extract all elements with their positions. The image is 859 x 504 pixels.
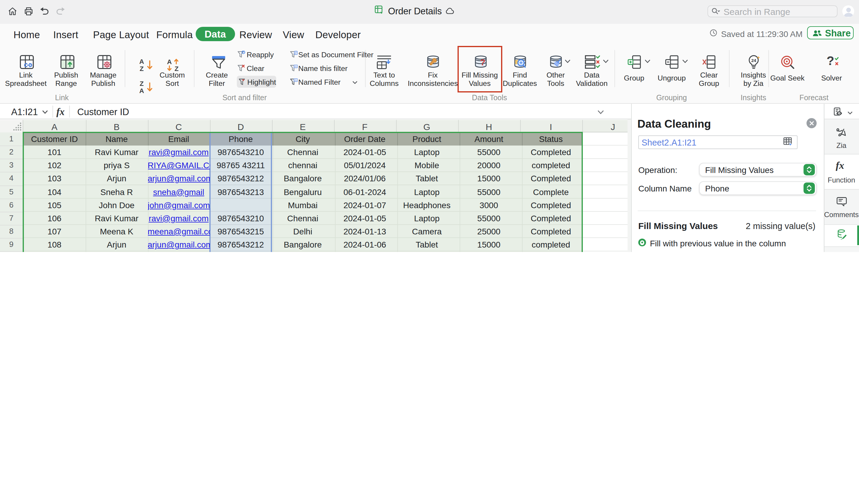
svg-text:A: A [167,58,171,66]
svg-text:?: ? [826,55,834,67]
svg-text:24: 24 [751,58,756,63]
svg-text:A: A [139,58,144,65]
svg-text:abc: abc [294,79,297,81]
svg-text:Z: Z [140,80,144,87]
svg-text:abc: abc [294,65,297,67]
svg-text:?: ? [480,57,485,67]
svg-text:A: A [139,87,144,94]
svg-text:Z: Z [140,65,144,72]
